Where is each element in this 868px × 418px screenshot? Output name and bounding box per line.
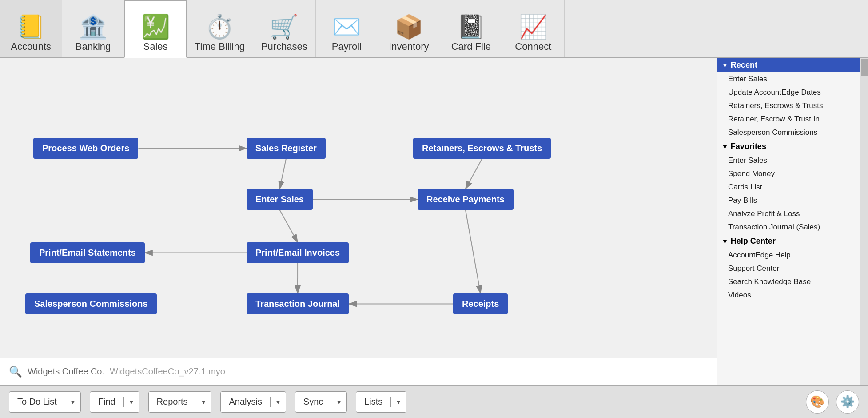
nav-label-inventory: Inventory [389, 41, 429, 52]
nav-icon-payroll: ✉️ [332, 15, 361, 38]
top-navigation: 📒Accounts🏦Banking💹Sales⏱️Time Billing🛒Pu… [0, 0, 868, 58]
toolbar-arrow-analysis: ▼ [271, 398, 286, 406]
settings-button[interactable]: ⚙️ [836, 390, 859, 414]
main-area: Process Web OrdersSales RegisterRetainer… [0, 58, 868, 385]
nav-icon-purchases: 🛒 [270, 15, 299, 38]
toolbar-btn-lists[interactable]: Lists▼ [356, 391, 406, 413]
flow-box-print-email-statements[interactable]: Print/Email Statements [30, 242, 145, 263]
flow-box-sales-register[interactable]: Sales Register [247, 138, 326, 159]
chevron-icon: ▼ [722, 62, 728, 69]
toolbar-label-lists: Lists [356, 397, 391, 407]
nav-icon-card-file: 📓 [457, 15, 486, 38]
section-label: Help Center [731, 237, 776, 246]
flow-box-process-web-orders[interactable]: Process Web Orders [33, 138, 138, 159]
nav-item-card-file[interactable]: 📓Card File [440, 0, 502, 57]
toolbar-label-find: Find [90, 397, 124, 407]
nav-label-connect: Connect [515, 41, 551, 52]
company-name: Widgets Coffee Co. [28, 366, 104, 377]
nav-label-card-file: Card File [451, 41, 491, 52]
search-bar: 🔍 Widgets Coffee Co. WidgetsCoffeeCo_v27… [0, 358, 717, 385]
panel-item-pay-bills[interactable]: Pay Bills [717, 194, 860, 207]
toolbar-btn-to-do-list[interactable]: To Do List▼ [9, 391, 81, 413]
nav-item-purchases[interactable]: 🛒Purchases [253, 0, 316, 57]
panel-item-accountedge-help[interactable]: AccountEdge Help [717, 249, 860, 262]
nav-label-purchases: Purchases [261, 41, 307, 52]
panel-item-retainer,-escrow---trust-in[interactable]: Retainer, Escrow & Trust In [717, 113, 860, 126]
toolbar-label-sync: Sync [295, 397, 331, 407]
nav-label-payroll: Payroll [332, 41, 362, 52]
panel-item-enter-sales[interactable]: Enter Sales [717, 154, 860, 167]
color-wheel-button[interactable]: 🎨 [806, 390, 829, 414]
toolbar-btn-reports[interactable]: Reports▼ [148, 391, 212, 413]
nav-icon-connect: 📈 [519, 15, 548, 38]
toolbar-btn-find[interactable]: Find▼ [90, 391, 139, 413]
section-label: Recent [731, 60, 757, 70]
nav-item-inventory[interactable]: 📦Inventory [378, 0, 440, 57]
panel-header-help-center[interactable]: ▼Help Center [717, 234, 860, 249]
panel-item-salesperson-commissions[interactable]: Salesperson Commissions [717, 126, 860, 139]
search-icon: 🔍 [9, 366, 22, 378]
toolbar-arrow-find: ▼ [124, 398, 139, 406]
nav-icon-time-billing: ⏱️ [205, 15, 234, 38]
panel-item-enter-sales[interactable]: Enter Sales [717, 72, 860, 86]
toolbar-label-analysis: Analysis [221, 397, 270, 407]
nav-label-time-billing: Time Billing [195, 41, 245, 52]
nav-item-payroll[interactable]: ✉️Payroll [316, 0, 378, 57]
chevron-icon: ▼ [722, 238, 728, 245]
nav-item-accounts[interactable]: 📒Accounts [0, 0, 62, 57]
right-panel: ▼RecentEnter SalesUpdate AccountEdge Dat… [717, 58, 868, 385]
panel-header-favorites[interactable]: ▼Favorites [717, 139, 860, 154]
flow-box-enter-sales[interactable]: Enter Sales [247, 189, 313, 210]
panel-item-videos[interactable]: Videos [717, 289, 860, 302]
nav-label-banking: Banking [76, 41, 111, 52]
panel-header-recent[interactable]: ▼Recent [717, 58, 860, 72]
nav-icon-accounts: 📒 [16, 15, 45, 38]
nav-icon-sales: 💹 [141, 15, 170, 38]
panel-item-update-accountedge-dates[interactable]: Update AccountEdge Dates [717, 86, 860, 99]
toolbar-label-reports: Reports [149, 397, 196, 407]
nav-label-sales: Sales [143, 41, 167, 52]
panel-item-analyze-profit---loss[interactable]: Analyze Profit & Loss [717, 207, 860, 221]
file-name: WidgetsCoffeeCo_v27.1.myo [110, 366, 225, 377]
scrollbar[interactable] [860, 58, 868, 385]
nav-item-banking[interactable]: 🏦Banking [62, 0, 124, 57]
toolbar-btn-sync[interactable]: Sync▼ [295, 391, 347, 413]
panel-item-support-center[interactable]: Support Center [717, 262, 860, 275]
nav-icon-inventory: 📦 [394, 15, 423, 38]
panel-item-search-knowledge-base[interactable]: Search Knowledge Base [717, 275, 860, 289]
panel-item-retainers,-escrows---trusts[interactable]: Retainers, Escrows & Trusts [717, 99, 860, 113]
toolbar-btn-analysis[interactable]: Analysis▼ [220, 391, 286, 413]
nav-item-connect[interactable]: 📈Connect [502, 0, 565, 57]
flow-box-retainers[interactable]: Retainers, Escrows & Trusts [413, 138, 551, 159]
toolbar-arrow-reports: ▼ [196, 398, 211, 406]
flow-box-print-email-invoices[interactable]: Print/Email Invoices [247, 242, 349, 263]
toolbar-arrow-sync: ▼ [331, 398, 346, 406]
panel-item-cards-list[interactable]: Cards List [717, 181, 860, 194]
flow-diagram-area: Process Web OrdersSales RegisterRetainer… [0, 58, 717, 358]
panel-item-spend-money[interactable]: Spend Money [717, 167, 860, 181]
section-label: Favorites [731, 142, 766, 151]
flow-box-receive-payments[interactable]: Receive Payments [418, 189, 514, 210]
nav-icon-banking: 🏦 [79, 15, 108, 38]
toolbar-arrow-to-do-list: ▼ [65, 398, 80, 406]
nav-item-sales[interactable]: 💹Sales [124, 0, 187, 58]
bottom-toolbar: To Do List▼Find▼Reports▼Analysis▼Sync▼Li… [0, 385, 868, 418]
flow-box-receipts[interactable]: Receipts [453, 293, 508, 314]
toolbar-arrow-lists: ▼ [391, 398, 406, 406]
flow-box-salesperson-commissions[interactable]: Salesperson Commissions [25, 293, 157, 314]
nav-item-time-billing[interactable]: ⏱️Time Billing [187, 0, 253, 57]
flow-box-transaction-journal[interactable]: Transaction Journal [247, 293, 349, 314]
nav-label-accounts: Accounts [11, 41, 51, 52]
toolbar-label-to-do-list: To Do List [9, 397, 65, 407]
right-panel-inner: ▼RecentEnter SalesUpdate AccountEdge Dat… [717, 58, 860, 385]
panel-item-transaction-journal--sales-[interactable]: Transaction Journal (Sales) [717, 221, 860, 234]
chevron-icon: ▼ [722, 143, 728, 150]
scrollbar-thumb [861, 59, 868, 76]
